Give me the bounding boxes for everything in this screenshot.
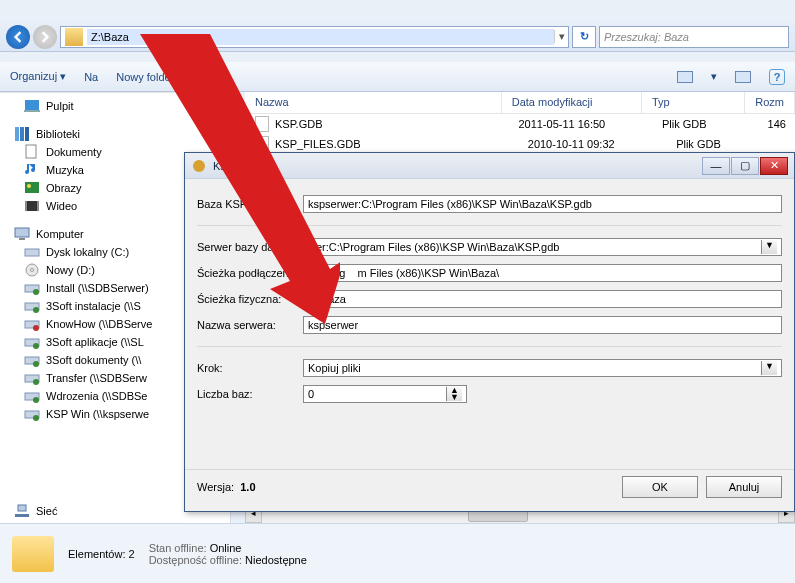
file-list: KSP.GDB 2011-05-11 16:50 Plik GDB 146 KS… [245, 114, 795, 154]
svg-rect-4 [25, 127, 29, 141]
item-count: Elementów: 2 [68, 548, 135, 560]
input-srv-name[interactable] [303, 316, 782, 334]
network-drive-icon [24, 334, 40, 350]
tree-desktop[interactable]: Pulpit [0, 97, 230, 115]
minimize-button[interactable]: — [702, 157, 730, 175]
close-button[interactable]: ✕ [760, 157, 788, 175]
chevron-down-icon[interactable]: ▼ [761, 240, 777, 254]
svg-rect-10 [37, 201, 39, 211]
command-bar: Organizuj ▾ Na Nowy folder ▾ ? [0, 62, 795, 92]
view-options-button[interactable] [677, 71, 693, 83]
new-folder-button[interactable]: Nowy folder [116, 71, 174, 83]
svg-point-34 [193, 160, 205, 172]
svg-rect-9 [25, 201, 27, 211]
search-input[interactable]: Przeszukaj: Baza [599, 26, 789, 48]
svg-rect-13 [25, 249, 39, 256]
svg-rect-32 [18, 505, 26, 511]
cancel-button[interactable]: Anuluj [706, 476, 782, 498]
label-server: Serwer bazy danych: [197, 241, 303, 253]
label-offline-state: Stan offline: [149, 542, 207, 554]
maximize-button[interactable]: ▢ [731, 157, 759, 175]
value-offline-state: Online [210, 542, 242, 554]
nav-bar: ▾ ↻ Przeszukaj: Baza [0, 22, 795, 52]
network-drive-icon [24, 388, 40, 404]
input-server[interactable]: ▼ [303, 238, 782, 256]
details-pane: Elementów: 2 Stan offline: Online Dostęp… [0, 523, 795, 583]
col-type[interactable]: Typ [642, 92, 745, 113]
label-offline-avail: Dostępność offline: [149, 554, 242, 566]
arrow-left-icon [12, 31, 24, 43]
address-input[interactable] [87, 29, 554, 45]
svg-rect-11 [15, 228, 29, 237]
documents-icon [24, 144, 40, 160]
svg-rect-0 [25, 100, 39, 110]
svg-point-19 [33, 307, 39, 313]
ok-button[interactable]: OK [622, 476, 698, 498]
label-step: Krok: [197, 362, 303, 374]
network-drive-icon [24, 352, 40, 368]
forward-button[interactable] [33, 25, 57, 49]
svg-rect-2 [15, 127, 19, 141]
back-button[interactable] [6, 25, 30, 49]
svg-rect-1 [24, 110, 40, 112]
input-step[interactable]: ▼ [303, 359, 782, 377]
cd-icon [24, 262, 40, 278]
video-icon [24, 198, 40, 214]
version-value: 1.0 [240, 481, 255, 493]
input-baza[interactable] [303, 195, 782, 213]
tree-network[interactable]: Sieć [14, 503, 57, 519]
svg-point-29 [33, 397, 39, 403]
column-headers: Nazwa Data modyfikacji Typ Rozm [245, 92, 795, 114]
include-menu[interactable]: Na [84, 71, 98, 83]
label-baza: Baza KSP: [197, 198, 303, 210]
input-phys-path[interactable] [303, 290, 782, 308]
svg-point-27 [33, 379, 39, 385]
col-name[interactable]: Nazwa [245, 92, 502, 113]
network-drive-icon [24, 298, 40, 314]
svg-rect-5 [26, 145, 36, 158]
drive-icon [24, 244, 40, 260]
svg-point-23 [33, 343, 39, 349]
pictures-icon [24, 180, 40, 196]
svg-rect-33 [15, 514, 29, 517]
app-icon [191, 158, 207, 174]
help-button[interactable]: ? [769, 69, 785, 85]
svg-point-31 [33, 415, 39, 421]
value-offline-avail: Niedostępne [245, 554, 307, 566]
label-conn-path: Ścieżka podłączenia: [197, 267, 303, 279]
network-icon [14, 503, 30, 519]
music-icon [24, 162, 40, 178]
chevron-down-icon[interactable]: ▼ [761, 361, 777, 375]
dialog-body: Baza KSP: Serwer bazy danych: ▼ Ścieżka … [185, 179, 794, 407]
svg-rect-12 [19, 238, 25, 240]
tree-libraries[interactable]: Biblioteki [0, 125, 230, 143]
label-srv-name: Nazwa serwera: [197, 319, 303, 331]
input-count[interactable]: ▲▼ [303, 385, 467, 403]
organize-menu[interactable]: Organizuj ▾ [10, 70, 66, 83]
dialog-titlebar[interactable]: Ksp L — ▢ ✕ [185, 153, 794, 179]
svg-point-21 [33, 325, 39, 331]
label-version: Wersja: [197, 481, 234, 493]
svg-point-15 [31, 269, 34, 272]
label-count: Liczba baz: [197, 388, 303, 400]
svg-point-25 [33, 361, 39, 367]
input-conn-path[interactable] [303, 264, 782, 282]
network-drive-icon [24, 406, 40, 422]
network-drive-icon [24, 280, 40, 296]
file-row[interactable]: KSP_FILES.GDB 2010-10-11 09:32 Plik GDB [245, 134, 795, 154]
spinner-icon[interactable]: ▲▼ [446, 387, 462, 401]
arrow-right-icon [39, 31, 51, 43]
libraries-icon [14, 126, 30, 142]
preview-pane-button[interactable] [735, 71, 751, 83]
file-row[interactable]: KSP.GDB 2011-05-11 16:50 Plik GDB 146 [245, 114, 795, 134]
dialog-title: Ksp L [213, 160, 702, 172]
network-drive-error-icon [24, 316, 40, 332]
refresh-button[interactable]: ↻ [572, 26, 596, 48]
computer-icon [14, 226, 30, 242]
address-bar[interactable]: ▾ [60, 26, 569, 48]
col-size[interactable]: Rozm [745, 92, 795, 113]
address-dropdown[interactable]: ▾ [554, 30, 568, 43]
col-date[interactable]: Data modyfikacji [502, 92, 642, 113]
label-phys-path: Ścieżka fizyczna: [197, 293, 303, 305]
dialog-footer: Wersja: 1.0 OK Anuluj [185, 469, 794, 503]
